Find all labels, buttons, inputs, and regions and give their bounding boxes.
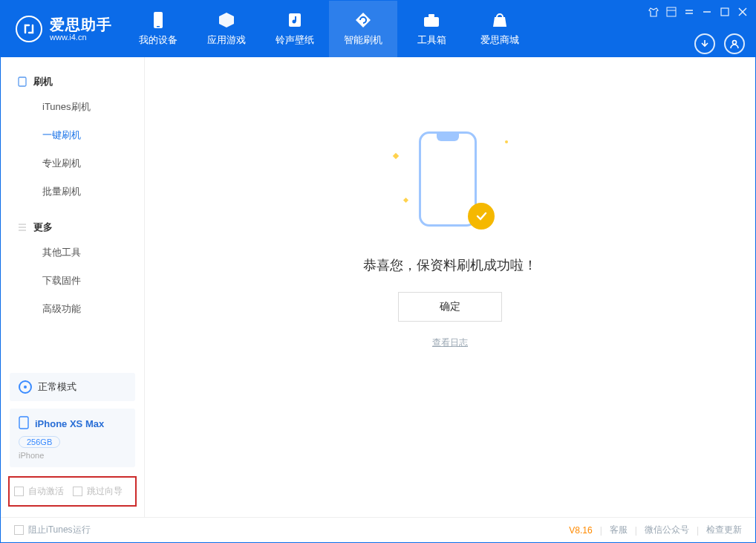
sidebar-item-advanced[interactable]: 高级功能 [1,295,144,323]
auto-activate-checkbox[interactable]: 自动激活 [14,485,64,498]
svg-rect-6 [667,7,676,16]
footer-link-support[interactable]: 客服 [610,524,628,536]
mode-card[interactable]: 正常模式 [10,373,135,401]
svg-point-3 [293,20,296,24]
phone-icon [17,77,27,87]
minimize-icon[interactable] [702,7,712,19]
sparkle-icon [393,153,399,159]
sidebar-item-oneclick[interactable]: 一键刷机 [1,121,144,149]
checkbox-box [14,487,24,496]
svg-rect-5 [428,14,434,17]
skip-guide-label: 跳过向导 [87,485,123,498]
svg-rect-4 [424,17,439,27]
header-right [694,33,745,54]
success-illustration [405,131,495,235]
refresh-icon [354,11,372,29]
app-window: 爱思助手 www.i4.cn 我的设备 应用游戏 铃声壁纸 智能刷机 [0,0,756,543]
svg-rect-1 [157,26,160,27]
skip-guide-checkbox[interactable]: 跳过向导 [73,485,123,498]
logo: 爱思助手 www.i4.cn [1,1,124,57]
success-message: 恭喜您，保资料刷机成功啦！ [363,256,537,274]
main-panel: 恭喜您，保资料刷机成功啦！ 确定 查看日志 [145,57,755,517]
bottom-options-highlight: 自动激活 跳过向导 [8,476,137,507]
nav: 我的设备 应用游戏 铃声壁纸 智能刷机 工具箱 爱思商城 [124,1,534,57]
logo-icon [16,16,42,42]
device-name: iPhone XS Max [35,418,104,429]
cube-icon [218,11,235,29]
sidebar-devices: 正常模式 iPhone XS Max 256GB iPhone [1,373,144,476]
mode-label: 正常模式 [38,380,76,394]
block-itunes-label: 阻止iTunes运行 [28,524,91,536]
svg-point-19 [24,386,27,388]
nav-shop[interactable]: 爱思商城 [466,1,534,57]
app-subtitle: www.i4.cn [50,33,112,42]
titlebar-buttons [648,7,748,19]
sidebar: 刷机 iTunes刷机 一键刷机 专业刷机 批量刷机 更多 其他工具 下载固件 … [1,57,145,517]
sidebar-item-pro[interactable]: 专业刷机 [1,149,144,178]
sidebar-item-batch[interactable]: 批量刷机 [1,178,144,206]
svg-rect-20 [19,417,28,429]
checkbox-box [73,487,82,496]
sidebar-group-head: 刷机 [1,71,144,93]
view-log-link[interactable]: 查看日志 [432,336,468,349]
device-icon [149,11,167,29]
header: 爱思助手 www.i4.cn 我的设备 应用游戏 铃声壁纸 智能刷机 [1,1,755,57]
mode-icon [19,380,32,394]
footer-link-update[interactable]: 检查更新 [706,524,742,536]
music-icon [286,11,304,29]
menu-icon[interactable] [666,7,677,19]
block-itunes-checkbox[interactable]: 阻止iTunes运行 [14,524,91,536]
close-icon[interactable] [737,7,748,19]
device-type: iPhone [19,451,126,460]
logo-text: 爱思助手 www.i4.cn [50,16,112,42]
nav-label: 我的设备 [139,33,177,47]
svg-point-14 [733,41,737,45]
sidebar-menu: 刷机 iTunes刷机 一键刷机 专业刷机 批量刷机 更多 其他工具 下载固件 … [1,57,144,373]
nav-ringtone[interactable]: 铃声壁纸 [261,1,329,57]
footer: 阻止iTunes运行 V8.16 | 客服 | 微信公众号 | 检查更新 [1,517,755,542]
toolbox-icon [423,11,440,29]
nav-flash[interactable]: 智能刷机 [329,1,397,57]
sidebar-item-itunes[interactable]: iTunes刷机 [1,93,144,121]
nav-apps[interactable]: 应用游戏 [192,1,261,57]
shirt-icon[interactable] [648,7,659,19]
ok-button[interactable]: 确定 [398,292,502,322]
version-label: V8.16 [569,525,592,536]
nav-label: 爱思商城 [480,33,519,47]
nav-label: 工具箱 [417,33,446,47]
separator: | [600,525,602,536]
user-button[interactable] [724,33,745,54]
separator: | [635,525,637,536]
checkmark-badge-icon [468,203,495,230]
list-icon [17,222,27,233]
nav-label: 铃声壁纸 [276,33,314,47]
sidebar-group-more: 更多 其他工具 下载固件 高级功能 [1,216,144,323]
sidebar-group-label: 更多 [33,221,53,234]
bag-icon [491,11,509,29]
maximize-icon[interactable] [720,7,730,19]
nav-toolbox[interactable]: 工具箱 [397,1,466,57]
auto-activate-label: 自动激活 [28,485,64,498]
sidebar-item-other[interactable]: 其他工具 [1,238,144,267]
sparkle-icon [505,140,508,143]
device-card[interactable]: iPhone XS Max 256GB iPhone [10,409,135,467]
svg-rect-0 [154,12,163,28]
svg-rect-11 [721,8,729,16]
body: 刷机 iTunes刷机 一键刷机 专业刷机 批量刷机 更多 其他工具 下载固件 … [1,57,755,517]
nav-label: 应用游戏 [207,33,246,47]
sidebar-group-label: 刷机 [33,75,53,88]
nav-my-device[interactable]: 我的设备 [124,1,192,57]
download-button[interactable] [694,33,715,54]
device-phone-icon [19,416,29,432]
sparkle-icon [403,198,408,203]
sidebar-group-flash: 刷机 iTunes刷机 一键刷机 专业刷机 批量刷机 [1,71,144,206]
checkbox-box [14,525,24,535]
app-title: 爱思助手 [50,16,112,33]
equals-icon[interactable] [684,7,694,19]
sidebar-item-firmware[interactable]: 下载固件 [1,267,144,295]
separator: | [697,525,699,536]
footer-link-wechat[interactable]: 微信公众号 [645,524,689,536]
device-capacity: 256GB [19,436,60,448]
svg-rect-15 [19,77,26,86]
sidebar-group-head: 更多 [1,216,144,238]
